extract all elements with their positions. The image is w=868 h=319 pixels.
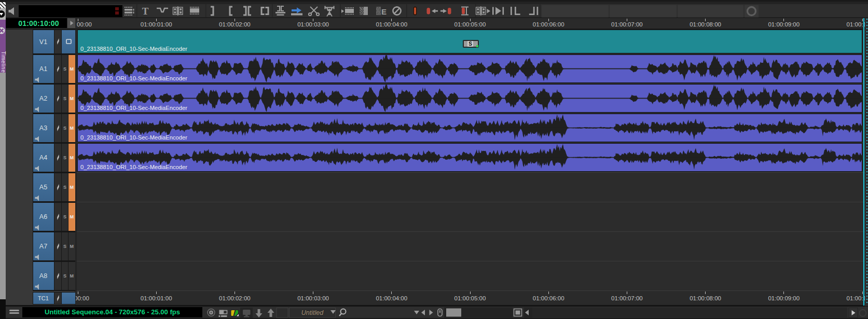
svg-text:E: E [381, 7, 387, 16]
svg-text:T: T [142, 6, 149, 17]
